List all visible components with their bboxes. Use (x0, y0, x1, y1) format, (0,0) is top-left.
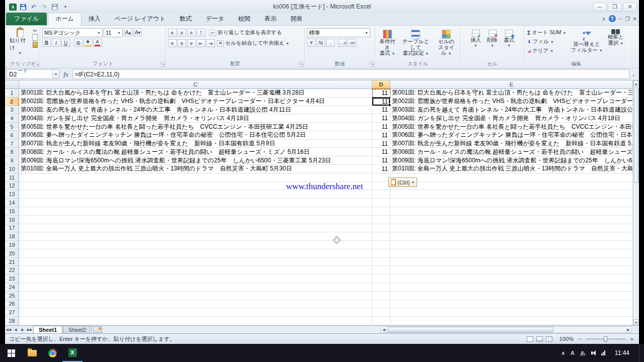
cell-D2[interactable]: 11 (372, 98, 390, 106)
excel-logo-icon[interactable]: X (9, 4, 17, 11)
taskbar-excel[interactable]: X (62, 344, 83, 362)
first-sheet-icon[interactable]: ◀◀ (5, 326, 12, 333)
comma-style-icon[interactable]: , (326, 39, 335, 47)
column-header-D[interactable]: D (372, 80, 390, 89)
cell-C25[interactable] (19, 292, 372, 300)
qat-customize-icon[interactable]: ▼ (61, 4, 69, 11)
row-header-21[interactable]: 21 (5, 258, 19, 266)
cell-E19[interactable] (390, 241, 633, 249)
row-header-10[interactable]: 10 (5, 165, 19, 173)
row-header-14[interactable]: 14 (5, 199, 19, 207)
cell-D11[interactable] (372, 173, 390, 182)
name-box-dropdown-icon[interactable]: ▼ (53, 69, 59, 79)
align-middle-icon[interactable]: ≡ (178, 29, 186, 37)
cell-D8[interactable]: 11 (372, 148, 390, 156)
cell-C28[interactable] (19, 317, 372, 325)
cell-E11[interactable] (390, 173, 633, 182)
decrease-font-icon[interactable]: A▾ (133, 28, 142, 36)
paste-options-button[interactable]: (Ctrl) ▼ (388, 177, 417, 187)
row-header-28[interactable]: 28 (5, 317, 19, 325)
row-header-4[interactable]: 4 (5, 114, 19, 123)
redo-icon[interactable]: ↷ (40, 4, 48, 11)
name-box[interactable]: D2 (7, 69, 53, 79)
row-header-26[interactable]: 26 (5, 300, 19, 309)
cell-E28[interactable] (390, 317, 633, 325)
normal-view-icon[interactable] (527, 336, 533, 342)
row-header-8[interactable]: 8 (5, 148, 19, 156)
row-header-7[interactable]: 7 (5, 140, 19, 148)
cell-E23[interactable] (390, 275, 633, 283)
cut-icon[interactable]: ✂ (33, 28, 37, 33)
cell-E5[interactable]: 第005回: 世界を驚かせた一台の車 名社長と闘った若手社員たち CVCCエンジ… (390, 123, 633, 131)
formula-input[interactable]: =IF(C2=E2,11,0) (72, 69, 629, 79)
show-desktop-button[interactable] (639, 344, 641, 362)
cell-C21[interactable] (19, 258, 372, 266)
cell-C19[interactable] (19, 241, 372, 249)
cell-D9[interactable]: 11 (372, 156, 390, 165)
ribbon-tab-3[interactable]: ページ レイアウト (108, 13, 173, 25)
row-header-25[interactable]: 25 (5, 292, 19, 300)
help-icon[interactable]: ? (609, 15, 616, 22)
increase-indent-icon[interactable]: ⇥ (206, 39, 215, 47)
cell-D23[interactable] (372, 275, 390, 283)
row-header-9[interactable]: 9 (5, 156, 19, 165)
align-right-icon[interactable]: ≡ (187, 39, 196, 47)
taskbar-file-explorer[interactable] (22, 344, 42, 362)
horizontal-scrollbar[interactable]: ◀ ▶ (380, 326, 632, 333)
cell-C20[interactable] (19, 249, 372, 258)
cell-E15[interactable] (390, 207, 633, 216)
cell-E20[interactable] (390, 249, 633, 258)
zoom-level[interactable]: 100% (559, 336, 574, 342)
cell-C6[interactable]: 第006回: 妻へ贈ったダイニングキッチン 勝負は一坪・住宅革命の秘密 公団住宅… (19, 131, 372, 140)
row-header-22[interactable]: 22 (5, 266, 19, 275)
format-as-table-button[interactable]: テーブルとして書式設定 ▼ (399, 29, 433, 58)
cell-E10[interactable]: 第010回: 全島一万人 史上最大の脱出作戦 三原山噴火・13時間のドラマ 自然… (390, 165, 633, 173)
wrap-text-button[interactable]: ↩ 折り返して全体を表示する (208, 28, 283, 37)
row-header-18[interactable]: 18 (5, 232, 19, 241)
cell-E14[interactable] (390, 199, 633, 207)
cell-D5[interactable]: 11 (372, 123, 390, 131)
font-name-combo[interactable]: MS Pゴシック▼ (42, 28, 103, 37)
cell-E13[interactable] (390, 190, 633, 199)
network-icon[interactable] (601, 350, 605, 355)
row-header-15[interactable]: 15 (5, 207, 19, 216)
row-header-20[interactable]: 20 (5, 249, 19, 258)
cell-E1[interactable]: 第001回: 巨大台風から日本を守れ 富士山頂・男たちは 命をかけた 富士山レー… (390, 89, 633, 98)
cell-D20[interactable] (372, 249, 390, 258)
cell-E4[interactable]: 第004回: ガンを探し出せ 完全国産・胃カメラ開発 胃カメラ・オリンパス 4月… (390, 114, 633, 123)
row-header-24[interactable]: 24 (5, 283, 19, 292)
cell-C1[interactable]: 第001回: 巨大台風から日本を守れ 富士山頂・男たちは 命をかけた 富士山レー… (19, 89, 372, 98)
cell-C27[interactable] (19, 308, 372, 317)
sheet-tab-Sheet2[interactable]: Sheet2 (63, 326, 92, 333)
last-sheet-icon[interactable]: ▶▶ (26, 326, 33, 333)
cell-C11[interactable] (19, 173, 372, 182)
vertical-scrollbar[interactable]: ▲ ▼ (633, 80, 639, 325)
ribbon-tab-6[interactable]: 校閲 (231, 13, 258, 25)
close-button[interactable]: ✕ (623, 3, 637, 12)
cell-C5[interactable]: 第005回: 世界を驚かせた一台の車 名社長と闘った若手社員たち CVCCエンジ… (19, 123, 372, 131)
format-cells-button[interactable]: ◆ 書式▼ (502, 29, 516, 48)
cell-D10[interactable]: 11 (372, 165, 390, 173)
clipboard-dialog-launcher-icon[interactable]: ↘ (34, 62, 39, 67)
merge-center-button[interactable]: ⧉ セルを結合して中央揃え▼ (216, 39, 290, 48)
bold-button[interactable]: B (42, 39, 51, 47)
cell-D4[interactable]: 11 (372, 114, 390, 123)
zoom-in-icon[interactable]: ＋ (629, 335, 635, 343)
select-all-corner[interactable] (5, 80, 19, 89)
scroll-down-icon[interactable]: ▼ (633, 319, 639, 325)
ribbon-tab-8[interactable]: 開発 (284, 13, 310, 25)
ribbon-tab-5[interactable]: データ (199, 13, 231, 25)
cell-E2[interactable]: 第002回: 窓際族が世界規格を作った VHS・執念の逆転劇 VHSビデオテープ… (390, 98, 633, 106)
cell-styles-button[interactable]: セルのスタイル ▼ (434, 29, 458, 58)
start-button[interactable] (0, 344, 22, 362)
zoom-slider-thumb[interactable] (604, 336, 607, 342)
decrease-decimal-icon[interactable]: .00 (348, 39, 356, 47)
font-color-icon[interactable]: A (93, 39, 102, 47)
cell-E7[interactable]: 第007回: 執念が生んだ新幹線 老友90歳・飛行機が姿を変えた 新幹線・日本国… (390, 140, 633, 148)
workbook-minimize-icon[interactable]: ─ (619, 16, 622, 22)
sort-filter-button[interactable]: AZ 並べ替えとフィルター ▼ (570, 28, 604, 54)
cell-E18[interactable] (390, 232, 633, 241)
row-header-5[interactable]: 5 (5, 123, 19, 131)
ime-mode-kana[interactable]: あ (580, 349, 586, 357)
cell-D17[interactable] (372, 224, 390, 233)
